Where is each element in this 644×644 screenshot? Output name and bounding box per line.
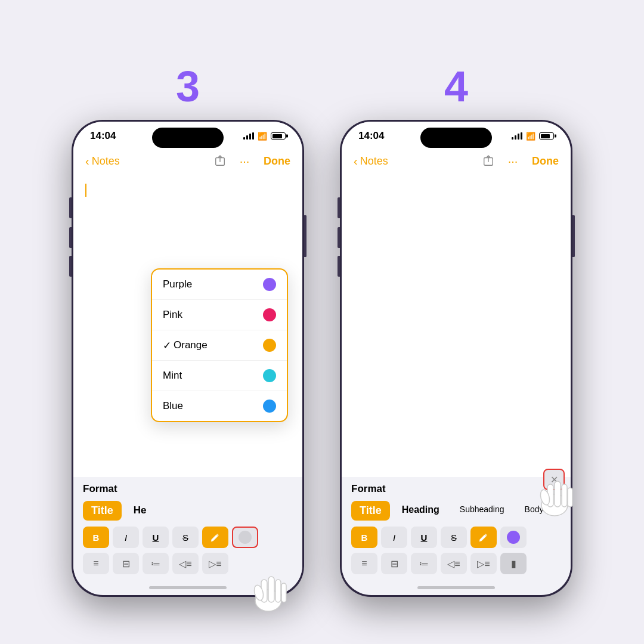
style-title-btn-3[interactable]: Title (83, 501, 122, 521)
color-dot-mint (263, 369, 276, 382)
underline-btn-3[interactable]: U (143, 527, 169, 548)
block-btn-4[interactable]: ▮ (500, 553, 527, 574)
color-label-pink: Pink (163, 309, 182, 321)
step-3: 3 14:04 📶 (72, 65, 304, 597)
status-icons-3: 📶 (243, 132, 286, 141)
format-label-3: Format (83, 483, 293, 495)
done-btn-3[interactable]: Done (264, 155, 290, 168)
color-dot-purple (263, 278, 276, 291)
italic-btn-3[interactable]: I (113, 527, 139, 548)
color-item-purple[interactable]: Purple (152, 270, 287, 300)
done-btn-4[interactable]: Done (532, 155, 559, 168)
strikethrough-btn-3[interactable]: S (172, 527, 199, 548)
pencil-icon-3 (209, 531, 221, 543)
color-indicator-3 (239, 531, 252, 544)
back-arrow-icon-3[interactable]: ‹ (85, 154, 89, 168)
phone-4: 14:04 📶 (340, 120, 572, 597)
format-label-4: Format (351, 483, 561, 495)
note-area-4[interactable] (342, 177, 571, 477)
nav-bar-3: ‹ Notes ··· Done (73, 147, 302, 177)
wifi-icon-3: 📶 (258, 132, 267, 141)
numbered-list-btn-4[interactable]: ⊟ (381, 553, 407, 574)
dynamic-island-4 (420, 128, 492, 148)
format-styles-3: Title He (83, 501, 293, 521)
svg-rect-11 (562, 484, 567, 507)
color-item-pink[interactable]: Pink (152, 300, 287, 330)
battery-icon-4 (539, 132, 554, 140)
back-arrow-icon-4[interactable]: ‹ (354, 154, 358, 168)
strikethrough-btn-4[interactable]: S (441, 527, 467, 548)
format-list-4: ≡ ⊟ ≔ ◁≡ ▷≡ ▮ (351, 553, 561, 574)
color-indicator-4 (507, 531, 520, 544)
format-tools-4: B I U S (351, 527, 561, 548)
color-label-purple: Purple (163, 278, 192, 290)
text-cursor-3 (85, 184, 86, 197)
step-4: 4 14:04 📶 (340, 65, 572, 597)
more-icon-3[interactable]: ··· (235, 151, 254, 171)
svg-rect-3 (268, 577, 274, 602)
style-subheading-btn-4[interactable]: Subheading (451, 501, 513, 521)
color-check-orange: ✓ (163, 339, 171, 352)
back-label-3[interactable]: Notes (92, 155, 120, 168)
phone-3: 14:04 📶 (72, 120, 304, 597)
status-bar-4: 14:04 📶 (342, 122, 571, 147)
align-left-btn-4[interactable]: ◁≡ (441, 553, 467, 574)
style-heading-btn-3[interactable]: He (125, 501, 155, 521)
svg-rect-5 (281, 583, 286, 602)
color-picker-btn-4[interactable] (500, 527, 527, 548)
indent-btn-3[interactable]: ▷≡ (202, 553, 228, 574)
color-dot-orange (263, 339, 276, 352)
share-icon-4[interactable] (483, 155, 494, 167)
nav-right-3: ··· Done (215, 151, 290, 171)
highlight-btn-3[interactable] (202, 527, 228, 548)
color-item-orange[interactable]: ✓ Orange (152, 330, 287, 361)
align-left-btn-3[interactable]: ◁≡ (172, 553, 199, 574)
share-icon-3[interactable] (215, 155, 225, 167)
highlight-btn-4[interactable] (470, 527, 497, 548)
home-indicator-3 (149, 586, 227, 589)
dash-list-btn-4[interactable]: ≔ (411, 553, 437, 574)
color-picker-popup[interactable]: Purple Pink ✓ Orange Mint (151, 268, 288, 422)
home-indicator-4 (417, 586, 495, 589)
battery-icon-3 (271, 132, 286, 140)
format-tools-3: B I U S (83, 527, 293, 548)
signal-icon-3 (243, 132, 254, 140)
color-label-blue: Blue (163, 400, 183, 412)
underline-btn-4[interactable]: U (411, 527, 437, 548)
pencil-icon-4 (478, 531, 490, 543)
format-styles-4: Title Heading Subheading Body (351, 501, 561, 521)
color-dot-blue (263, 400, 276, 413)
nav-right-4: ··· Done (483, 151, 559, 171)
hand-cursor-4 (531, 463, 578, 519)
color-item-mint[interactable]: Mint (152, 361, 287, 391)
bullet-list-btn-3[interactable]: ≡ (83, 553, 109, 574)
dash-list-btn-3[interactable]: ≔ (143, 553, 169, 574)
wifi-icon-4: 📶 (526, 132, 535, 141)
color-item-blue[interactable]: Blue (152, 391, 287, 421)
numbered-list-btn-3[interactable]: ⊟ (113, 553, 139, 574)
bold-btn-4[interactable]: B (351, 527, 377, 548)
indent-btn-4[interactable]: ▷≡ (470, 553, 497, 574)
nav-left-4: ‹ Notes (354, 154, 388, 168)
svg-rect-4 (275, 580, 281, 602)
color-label-mint: Mint (163, 370, 182, 382)
italic-btn-4[interactable]: I (381, 527, 407, 548)
status-icons-4: 📶 (512, 132, 554, 141)
more-icon-4[interactable]: ··· (503, 151, 522, 171)
style-heading-btn-4[interactable]: Heading (394, 501, 448, 521)
bullet-list-btn-4[interactable]: ≡ (351, 553, 377, 574)
nav-bar-4: ‹ Notes ··· Done (342, 147, 571, 177)
hand-cursor-3 (244, 559, 292, 615)
dynamic-island-3 (152, 128, 224, 148)
svg-rect-10 (555, 481, 561, 507)
main-container: 3 14:04 📶 (72, 47, 572, 597)
style-title-btn-4[interactable]: Title (351, 501, 390, 521)
status-bar-3: 14:04 📶 (73, 122, 302, 147)
bold-btn-3[interactable]: B (83, 527, 109, 548)
back-label-4[interactable]: Notes (360, 155, 388, 168)
color-label-orange: Orange (174, 339, 263, 351)
nav-left-3: ‹ Notes (85, 154, 120, 168)
color-dot-pink (263, 308, 276, 321)
step-3-number: 3 (176, 65, 200, 108)
color-picker-btn-3[interactable] (232, 527, 258, 548)
